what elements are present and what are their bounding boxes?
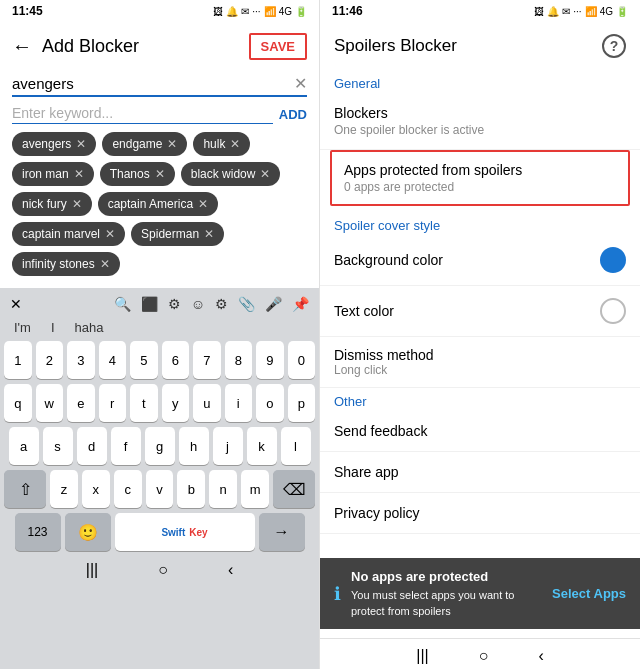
kb-image-icon[interactable]: ⬛ (141, 296, 158, 312)
key-m[interactable]: m (241, 470, 269, 508)
key-g[interactable]: g (145, 427, 175, 465)
key-z[interactable]: z (50, 470, 78, 508)
key-w[interactable]: w (36, 384, 64, 422)
nav-menu-icon-r[interactable]: ||| (416, 647, 428, 665)
search-value[interactable]: avengers (12, 75, 294, 92)
key-i[interactable]: i (225, 384, 253, 422)
key-o[interactable]: o (256, 384, 284, 422)
suggestion-2[interactable]: I (51, 320, 55, 335)
key-e[interactable]: e (67, 384, 95, 422)
tag-captain-marvel[interactable]: captain marvel ✕ (12, 222, 125, 246)
key-d[interactable]: d (77, 427, 107, 465)
key-2[interactable]: 2 (36, 341, 64, 379)
key-k[interactable]: k (247, 427, 277, 465)
tag-avengers[interactable]: avengers ✕ (12, 132, 96, 156)
tag-remove-icon[interactable]: ✕ (198, 197, 208, 211)
key-c[interactable]: c (114, 470, 142, 508)
key-h[interactable]: h (179, 427, 209, 465)
nav-home-icon[interactable]: ○ (158, 561, 168, 579)
key-5[interactable]: 5 (130, 341, 158, 379)
tag-remove-icon[interactable]: ✕ (76, 137, 86, 151)
key-9[interactable]: 9 (256, 341, 284, 379)
menu-item-blockers[interactable]: Blockers One spoiler blocker is active (320, 93, 640, 150)
key-0[interactable]: 0 (288, 341, 316, 379)
suggestion-1[interactable]: I'm (14, 320, 31, 335)
nav-back-icon-r[interactable]: ‹ (538, 647, 543, 665)
key-x[interactable]: x (82, 470, 110, 508)
menu-item-text-color[interactable]: Text color (320, 286, 640, 337)
key-v[interactable]: v (146, 470, 174, 508)
emoji-key[interactable]: 🙂 (65, 513, 111, 551)
menu-item-share[interactable]: Share app (320, 452, 640, 493)
menu-item-apps-protected[interactable]: Apps protected from spoilers 0 apps are … (330, 150, 630, 206)
space-key[interactable]: SwiftKey (115, 513, 255, 551)
text-color-circle[interactable] (600, 298, 626, 324)
nav-back-icon[interactable]: ‹ (228, 561, 233, 579)
key-u[interactable]: u (193, 384, 221, 422)
clear-search-icon[interactable]: ✕ (294, 74, 307, 93)
key-n[interactable]: n (209, 470, 237, 508)
tag-infinity-stones[interactable]: infinity stones ✕ (12, 252, 120, 276)
key-l[interactable]: l (281, 427, 311, 465)
enter-key[interactable]: → (259, 513, 305, 551)
kb-search-icon[interactable]: 🔍 (114, 296, 131, 312)
kb-close-icon[interactable]: ✕ (10, 296, 22, 312)
key-1[interactable]: 1 (4, 341, 32, 379)
tag-endgame[interactable]: endgame ✕ (102, 132, 187, 156)
suggestion-3[interactable]: haha (75, 320, 104, 335)
key-f[interactable]: f (111, 427, 141, 465)
key-8[interactable]: 8 (225, 341, 253, 379)
kb-clip-icon[interactable]: 📎 (238, 296, 255, 312)
tag-black-widow[interactable]: black widow ✕ (181, 162, 281, 186)
key-p[interactable]: p (288, 384, 316, 422)
save-button[interactable]: SAVE (249, 33, 307, 60)
tag-nick-fury[interactable]: nick fury ✕ (12, 192, 92, 216)
key-s[interactable]: s (43, 427, 73, 465)
nav-menu-icon[interactable]: ||| (86, 561, 98, 579)
key-6[interactable]: 6 (162, 341, 190, 379)
menu-item-privacy[interactable]: Privacy policy (320, 493, 640, 534)
tag-captain-america[interactable]: captain America ✕ (98, 192, 218, 216)
tag-remove-icon[interactable]: ✕ (155, 167, 165, 181)
tag-spiderman[interactable]: Spiderman ✕ (131, 222, 224, 246)
menu-item-dismiss[interactable]: Dismiss method Long click (320, 337, 640, 388)
key-q[interactable]: q (4, 384, 32, 422)
kb-settings-icon[interactable]: ⚙ (168, 296, 181, 312)
tag-remove-icon[interactable]: ✕ (167, 137, 177, 151)
menu-item-feedback[interactable]: Send feedback (320, 411, 640, 452)
key-4[interactable]: 4 (99, 341, 127, 379)
tag-remove-icon[interactable]: ✕ (230, 137, 240, 151)
back-button[interactable]: ← (12, 35, 32, 58)
help-button[interactable]: ? (602, 34, 626, 58)
kb-more-icon[interactable]: ⚙ (215, 296, 228, 312)
key-b[interactable]: b (177, 470, 205, 508)
tag-remove-icon[interactable]: ✕ (204, 227, 214, 241)
menu-item-bg-color[interactable]: Background color (320, 235, 640, 286)
key-3[interactable]: 3 (67, 341, 95, 379)
tag-remove-icon[interactable]: ✕ (260, 167, 270, 181)
numbers-key[interactable]: 123 (15, 513, 61, 551)
key-t[interactable]: t (130, 384, 158, 422)
key-a[interactable]: a (9, 427, 39, 465)
bg-color-circle[interactable] (600, 247, 626, 273)
key-j[interactable]: j (213, 427, 243, 465)
kb-emoji-icon[interactable]: ☺ (191, 296, 205, 312)
kb-mic-icon[interactable]: 🎤 (265, 296, 282, 312)
tag-remove-icon[interactable]: ✕ (72, 197, 82, 211)
tag-remove-icon[interactable]: ✕ (105, 227, 115, 241)
key-r[interactable]: r (99, 384, 127, 422)
backspace-key[interactable]: ⌫ (273, 470, 315, 508)
tag-iron-man[interactable]: iron man ✕ (12, 162, 94, 186)
key-7[interactable]: 7 (193, 341, 221, 379)
tag-hulk[interactable]: hulk ✕ (193, 132, 250, 156)
tag-thanos[interactable]: Thanos ✕ (100, 162, 175, 186)
toast-action-button[interactable]: Select Apps (552, 586, 626, 601)
key-y[interactable]: y (162, 384, 190, 422)
keyword-placeholder[interactable]: Enter keyword... (12, 105, 273, 124)
kb-pin-icon[interactable]: 📌 (292, 296, 309, 312)
shift-key[interactable]: ⇧ (4, 470, 46, 508)
tag-remove-icon[interactable]: ✕ (74, 167, 84, 181)
add-keyword-button[interactable]: ADD (279, 107, 307, 122)
nav-home-icon-r[interactable]: ○ (479, 647, 489, 665)
tag-remove-icon[interactable]: ✕ (100, 257, 110, 271)
